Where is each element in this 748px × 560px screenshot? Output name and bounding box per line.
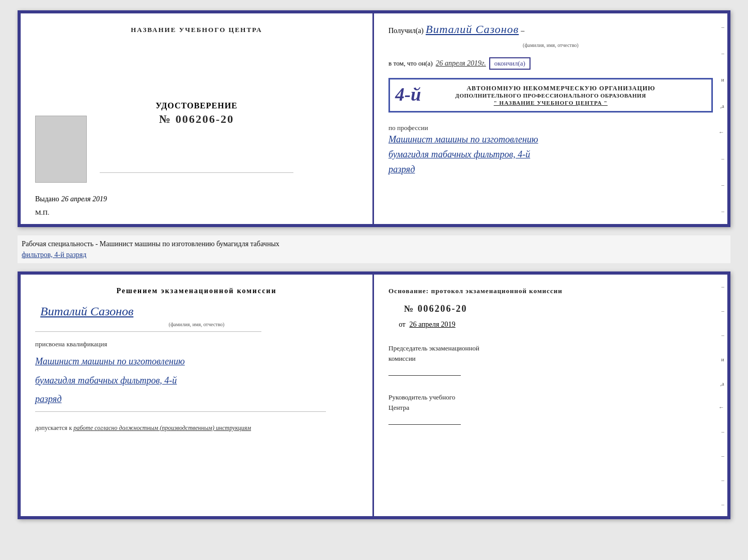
person-name-top: Виталий Сазонов xyxy=(426,23,519,36)
received-prefix: Получил(а) xyxy=(388,27,424,35)
issued-line: Выдано 26 апреля 2019 xyxy=(35,195,358,203)
person-name-bottom: Виталий Сазонов xyxy=(40,305,358,318)
in-that-line: в том, что он(а) 26 апреля 2019г. окончи… xyxy=(388,57,713,70)
chairman-label2: комиссии xyxy=(388,354,713,364)
director-section: Руководитель учебного Центра xyxy=(388,392,713,427)
prof-line1: Машинист машины по изготовлению xyxy=(388,132,713,147)
chairman-label1: Председатель экзаменационной xyxy=(388,343,713,354)
fio-caption-top: (фамилия, имя, отчество) xyxy=(388,42,713,48)
qual-line2: бумагидля табачных фильтров, 4-й xyxy=(35,373,358,389)
date-handwritten: 26 апреля 2019г. xyxy=(436,59,486,68)
prof-line2: бумагидля табачных фильтров, 4-й xyxy=(388,147,713,162)
qual-line3: разряд xyxy=(35,391,358,407)
cert-label: УДОСТОВЕРЕНИЕ xyxy=(155,101,238,110)
issued-date: 26 апреля 2019 xyxy=(61,195,107,203)
bottom-certificate-booklet: Решением экзаменационной комиссии Витали… xyxy=(18,271,730,519)
stamp-area: 4-й АВТОНОМНУЮ НЕКОММЕРЧЕСКУЮ ОРГАНИЗАЦИ… xyxy=(388,78,713,113)
admitted-line: допускается к работе согласно должностны… xyxy=(35,424,358,432)
in-that-prefix: в том, что он(а) xyxy=(388,59,433,68)
right-edge-marks-bottom: – – – и ,а ← – – – – xyxy=(716,275,724,516)
stamp-org: " НАЗВАНИЕ УЧЕБНОГО ЦЕНТРА " xyxy=(397,100,704,106)
profession-prefix: по профессии xyxy=(388,124,428,132)
director-label2: Центра xyxy=(388,403,713,413)
protocol-date-line: от 26 апреля 2019 xyxy=(399,321,713,329)
chairman-section: Председатель экзаменационной комиссии xyxy=(388,343,713,378)
date-prefix: от xyxy=(399,321,406,328)
bottom-right-page: Основание: протокол экзаменационной коми… xyxy=(374,275,727,516)
date-value: 26 апреля 2019 xyxy=(409,321,455,328)
cert-number: № 006206-20 xyxy=(155,113,238,126)
top-certificate-booklet: НАЗВАНИЕ УЧЕБНОГО ЦЕНТРА УДОСТОВЕРЕНИЕ №… xyxy=(18,10,730,227)
profession-section-top: по профессии Машинист машины по изготовл… xyxy=(388,123,713,177)
photo-placeholder xyxy=(35,116,87,183)
middle-text-area: Рабочая специальность - Машинист машины … xyxy=(18,235,730,263)
protocol-number: № 006206-20 xyxy=(404,303,713,314)
bottom-left-page: Решением экзаменационной комиссии Витали… xyxy=(21,275,374,516)
stamp-line2: ДОПОЛНИТЕЛЬНОГО ПРОФЕССИОНАЛЬНОГО ОБРАЗО… xyxy=(397,92,704,99)
fio-caption-bottom: (фамилия, имя, отчество) xyxy=(35,322,358,327)
finished-label: окончил(а) xyxy=(489,57,531,70)
top-right-page: Получил(а) Виталий Сазонов – (фамилия, и… xyxy=(374,13,727,224)
qualification-prefix: присвоена квалификация xyxy=(35,340,358,348)
director-signature-line xyxy=(388,414,461,425)
school-name-title: НАЗВАНИЕ УЧЕБНОГО ЦЕНТРА xyxy=(131,26,262,34)
prof-line3: разряд xyxy=(388,162,713,177)
director-label1: Руководитель учебного xyxy=(388,392,713,403)
top-left-page: НАЗВАНИЕ УЧЕБНОГО ЦЕНТРА УДОСТОВЕРЕНИЕ №… xyxy=(21,13,374,224)
stamp-line1: АВТОНОМНУЮ НЕКОММЕРЧЕСКУЮ ОРГАНИЗАЦИЮ xyxy=(397,85,704,92)
middle-text-line1: Рабочая специальность - Машинист машины … xyxy=(22,240,279,248)
admitted-italic: работе согласно должностным (производств… xyxy=(73,424,251,431)
decision-title: Решением экзаменационной комиссии xyxy=(35,287,358,295)
right-edge-marks-top: – – и ,а ← – – – xyxy=(716,13,724,224)
chairman-signature-line xyxy=(388,365,461,376)
received-line: Получил(а) Виталий Сазонов – xyxy=(388,23,713,36)
stamp-number: 4-й xyxy=(395,84,421,105)
basis-line: Основание: протокол экзаменационной коми… xyxy=(388,287,713,295)
issued-prefix: Выдано xyxy=(35,195,59,203)
middle-text-line2: фильтров, 4-й разряд xyxy=(22,251,86,259)
mp-label: М.П. xyxy=(35,209,49,217)
admitted-prefix: допускается к xyxy=(35,424,72,431)
qual-line1: Машинист машины по изготовлению xyxy=(35,354,358,370)
